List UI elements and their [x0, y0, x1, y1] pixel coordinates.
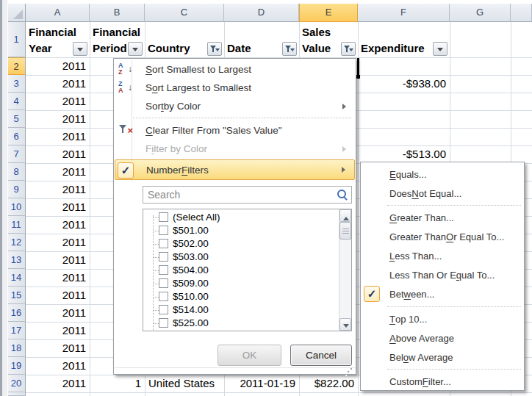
cell-A3[interactable]: 2011: [26, 75, 90, 93]
row-header-19[interactable]: 19: [7, 357, 26, 375]
submenu-item-does-not-equal[interactable]: Does Not Equal...: [362, 184, 523, 203]
row-header-3[interactable]: 3: [7, 75, 26, 93]
checkbox[interactable]: [159, 305, 168, 314]
cell-A18[interactable]: 2011: [26, 339, 90, 357]
header-cell-B[interactable]: FinancialPeriod: [90, 22, 145, 57]
column-header-partial[interactable]: [511, 4, 532, 22]
list-item-503-00[interactable]: $503.00: [143, 251, 334, 264]
cell-A5[interactable]: 2011: [26, 110, 90, 128]
submenu-item-less-than[interactable]: Less Than...: [362, 246, 523, 265]
cell-B20[interactable]: 1: [90, 375, 145, 392]
scrollbar-down-button[interactable]: [339, 318, 351, 331]
select-all-corner[interactable]: [7, 4, 26, 22]
submenu-item-less-than-or-equal-to[interactable]: Less Than Or Equal To...: [362, 265, 523, 284]
list-item-514-00[interactable]: $514.00: [143, 303, 334, 317]
row-header-8[interactable]: 8: [7, 163, 26, 181]
list-item-501-00[interactable]: $501.00: [143, 224, 334, 237]
submenu-item-custom-filter[interactable]: Custom Filter...: [362, 372, 523, 391]
row-header-20[interactable]: 20: [7, 375, 26, 392]
cell-A2[interactable]: 2011: [26, 57, 90, 75]
menu-item-sort-smallest-to-largest[interactable]: Sort Smallest to LargestAZ↓: [115, 60, 355, 79]
header-cell-A[interactable]: FinancialYear: [26, 22, 90, 57]
row-header-2[interactable]: 2: [7, 57, 26, 75]
cell-A12[interactable]: 2011: [26, 234, 90, 251]
cell-F3[interactable]: -$938.00: [358, 75, 450, 93]
row-header-6[interactable]: 6: [7, 128, 26, 145]
ok-button[interactable]: OK: [218, 345, 281, 366]
row-header-7[interactable]: 7: [7, 145, 26, 163]
submenu-item-equals[interactable]: Equals...: [362, 165, 523, 184]
cell-A13[interactable]: 2011: [26, 251, 90, 269]
checkbox[interactable]: [159, 278, 168, 288]
filter-dropdown-button-F[interactable]: [433, 42, 447, 56]
row-header-18[interactable]: 18: [7, 339, 26, 357]
filter-funnel-button-E[interactable]: [341, 42, 356, 56]
row-header-16[interactable]: 16: [7, 304, 26, 322]
row-header-11[interactable]: 11: [7, 216, 26, 234]
submenu-item-above-average[interactable]: Above Average: [362, 328, 523, 348]
header-cell-F[interactable]: Expenditure: [358, 22, 450, 57]
submenu-item-below-average[interactable]: Below Average: [362, 348, 523, 367]
row-header-5[interactable]: 5: [7, 110, 26, 128]
row-header-1[interactable]: 1: [7, 22, 26, 57]
cancel-button[interactable]: Cancel: [290, 345, 352, 366]
submenu-item-top-10[interactable]: Top 10...: [362, 309, 523, 328]
menu-item-sort-by-color[interactable]: Sort by Color: [115, 97, 355, 115]
checkbox[interactable]: [159, 252, 168, 262]
column-header-G[interactable]: G: [450, 4, 511, 22]
list-item-510-00[interactable]: $510.00: [143, 290, 334, 303]
cell-A10[interactable]: 2011: [26, 198, 90, 216]
checkbox[interactable]: [159, 226, 168, 235]
menu-item-clear-filter-from-sales-value[interactable]: Clear Filter From "Sales Value"×: [115, 121, 355, 140]
cell-A8[interactable]: 2011: [26, 163, 90, 181]
list-item-509-00[interactable]: $509.00: [143, 277, 334, 290]
checkbox[interactable]: [159, 292, 168, 301]
cell-A14[interactable]: 2011: [26, 269, 90, 287]
column-header-B[interactable]: B: [90, 4, 145, 22]
header-cell-D[interactable]: Date: [224, 22, 299, 57]
scrollbar-thumb[interactable]: [339, 222, 351, 240]
list-item-525-00[interactable]: $525.00: [143, 317, 334, 330]
row-header-13[interactable]: 13: [7, 251, 26, 269]
list-scrollbar[interactable]: [339, 209, 351, 331]
filter-dropdown-button-A[interactable]: [73, 42, 87, 56]
submenu-item-greater-than[interactable]: Greater Than...: [362, 208, 523, 227]
filter-funnel-button-D[interactable]: [282, 42, 297, 56]
row-header-21-partial[interactable]: [7, 392, 26, 396]
filter-funnel-button-C[interactable]: [207, 42, 222, 56]
checkbox[interactable]: [159, 265, 168, 275]
row-header-12[interactable]: 12: [7, 234, 26, 251]
list-item-select-all[interactable]: (Select All): [143, 211, 334, 224]
cell-A7[interactable]: 2011: [26, 145, 90, 163]
cell-A15[interactable]: 2011: [26, 287, 90, 304]
submenu-item-between[interactable]: Between...✓: [362, 284, 523, 304]
column-header-A[interactable]: A: [26, 4, 90, 22]
cell-A4[interactable]: 2011: [26, 93, 90, 110]
header-cell-E[interactable]: SalesValue: [299, 22, 358, 57]
cell-D20[interactable]: 2011-01-19: [224, 375, 299, 392]
search-icon[interactable]: [337, 189, 348, 201]
row-header-17[interactable]: 17: [7, 322, 26, 339]
menu-item-sort-largest-to-smallest[interactable]: Sort Largest to SmallestZA↓: [115, 79, 355, 97]
row-header-15[interactable]: 15: [7, 287, 26, 304]
checkbox[interactable]: [159, 318, 168, 328]
cell-A19[interactable]: 2011: [26, 357, 90, 375]
row-header-10[interactable]: 10: [7, 198, 26, 216]
resize-grip[interactable]: [345, 368, 353, 377]
search-input[interactable]: [143, 186, 352, 204]
row-header-9[interactable]: 9: [7, 181, 26, 198]
column-header-E[interactable]: E: [299, 4, 358, 22]
cell-A20[interactable]: 2011: [26, 375, 90, 392]
row-header-14[interactable]: 14: [7, 269, 26, 287]
list-item-partial[interactable]: [143, 330, 334, 331]
cell-A17[interactable]: 2011: [26, 322, 90, 339]
menu-item-filter-by-color[interactable]: Filter by Color: [115, 140, 355, 158]
header-cell-C[interactable]: Country: [145, 22, 224, 57]
cell-E20[interactable]: $822.00: [299, 375, 358, 392]
menu-item-number-filters[interactable]: Number Filters✓: [115, 159, 355, 180]
checkbox[interactable]: [159, 239, 168, 248]
filter-dropdown-button-B[interactable]: [128, 42, 143, 56]
column-header-F[interactable]: F: [358, 4, 450, 22]
cell-A11[interactable]: 2011: [26, 216, 90, 234]
checkbox[interactable]: [159, 212, 168, 222]
